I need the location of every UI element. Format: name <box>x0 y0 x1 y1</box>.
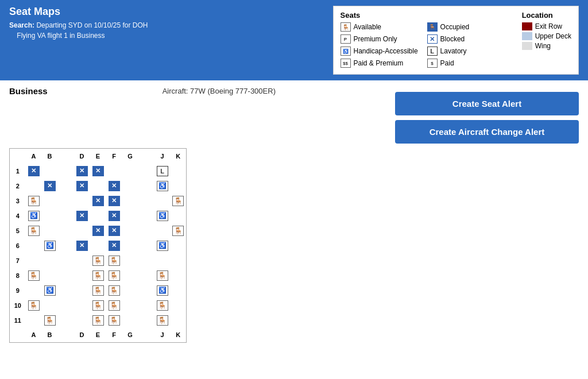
seat-cell <box>138 268 154 283</box>
seat-cell <box>122 179 138 194</box>
seat-cell <box>122 283 138 298</box>
col-F-header: F <box>106 149 122 164</box>
seat-cell[interactable]: ✕ <box>74 164 90 179</box>
seat-cell <box>58 313 74 328</box>
occupied-icon: 🪑 <box>427 22 438 32</box>
seat-cell[interactable]: 🪑 <box>106 253 122 268</box>
header-search: Search: Departing SYD on 10/10/25 for DO… <box>9 20 148 41</box>
col-K-footer: K <box>171 328 187 343</box>
seat-cell[interactable]: 🪑 <box>171 223 187 238</box>
seat-cell[interactable]: L <box>154 164 171 179</box>
seat-cell <box>42 298 58 313</box>
seat-cell[interactable]: 🪑 <box>154 268 171 283</box>
row-number: 3 <box>10 194 26 208</box>
seat-cell[interactable]: ✕ <box>106 208 122 223</box>
legend-premium: P Premium Only <box>341 34 418 44</box>
col-J-footer: J <box>154 328 171 343</box>
seat-cell <box>171 208 187 223</box>
seat-cell[interactable]: 🪑 <box>154 298 171 313</box>
exit-row-swatch <box>522 22 532 30</box>
seat-cell[interactable]: 🪑 <box>90 298 106 313</box>
seat-cell[interactable]: 🪑 <box>154 313 171 328</box>
seat-cell <box>138 223 154 238</box>
seat-cell[interactable]: ✕ <box>74 179 90 194</box>
seat-cell <box>90 208 106 223</box>
seat-cell[interactable]: ✕ <box>42 179 58 194</box>
lavatory-icon: L <box>427 47 438 56</box>
seat-cell[interactable]: ✕ <box>106 194 122 208</box>
seat-cell <box>171 268 187 283</box>
create-aircraft-change-alert-button[interactable]: Create Aircraft Change Alert <box>395 120 579 144</box>
seat-cell <box>90 238 106 253</box>
seat-cell[interactable]: 🪑 <box>90 313 106 328</box>
legend-blocked: ✕ Blocked <box>427 34 505 44</box>
seat-cell[interactable]: ♿ <box>154 179 171 194</box>
row-number: 9 <box>10 283 26 298</box>
seat-cell[interactable]: ✕ <box>90 164 106 179</box>
seat-cell[interactable]: ✕ <box>106 179 122 194</box>
col-F-footer: F <box>106 328 122 343</box>
seat-cell <box>138 179 154 194</box>
location-legend-title: Location <box>522 11 571 20</box>
seat-cell[interactable]: ♿ <box>42 283 58 298</box>
seat-cell[interactable]: ✕ <box>26 164 42 179</box>
seat-cell[interactable]: 🪑 <box>42 313 58 328</box>
seat-cell <box>138 164 154 179</box>
seat-cell[interactable]: 🪑 <box>26 298 42 313</box>
seat-cell[interactable]: ✕ <box>106 223 122 238</box>
seat-cell[interactable]: 🪑 <box>106 298 122 313</box>
seat-cell[interactable]: 🪑 <box>90 253 106 268</box>
seat-cell[interactable]: 🪑 <box>90 283 106 298</box>
seat-cell[interactable]: ✕ <box>90 223 106 238</box>
search-label: Search: <box>9 21 34 29</box>
seat-cell[interactable]: ♿ <box>42 238 58 253</box>
seat-cell <box>106 164 122 179</box>
seat-cell <box>74 313 90 328</box>
seat-cell[interactable]: ✕ <box>106 238 122 253</box>
seat-cell[interactable]: 🪑 <box>106 283 122 298</box>
row-num-header <box>10 149 26 164</box>
main-content: Business Aircraft: 77W (Boeing 777-300ER… <box>0 80 588 349</box>
legend-exit-row: Exit Row <box>522 22 571 30</box>
row-number: 6 <box>10 238 26 253</box>
seat-cell[interactable]: ♿ <box>26 208 42 223</box>
row-number: 8 <box>10 268 26 283</box>
legend-paid: $ Paid <box>427 59 505 68</box>
seat-cell[interactable]: ♿ <box>154 208 171 223</box>
create-seat-alert-button[interactable]: Create Seat Alert <box>395 92 579 115</box>
aisle1-header <box>58 149 74 164</box>
seat-cell[interactable]: 🪑 <box>26 223 42 238</box>
col-A-footer: A <box>26 328 42 343</box>
seat-cell[interactable]: 🪑 <box>90 268 106 283</box>
seat-cell[interactable]: ✕ <box>74 208 90 223</box>
seat-cell <box>74 268 90 283</box>
seat-cell[interactable]: 🪑 <box>106 313 122 328</box>
seat-cell[interactable]: 🪑 <box>106 268 122 283</box>
legend-available-label: Available <box>354 23 381 31</box>
seat-cell <box>171 253 187 268</box>
seat-cell[interactable]: 🪑 <box>26 194 42 208</box>
col-K-header: K <box>171 149 187 164</box>
table-row: 10🪑🪑🪑🪑 <box>10 298 187 313</box>
seat-cell <box>58 268 74 283</box>
seat-cell[interactable]: 🪑 <box>171 194 187 208</box>
col-E-header: E <box>90 149 106 164</box>
seat-cell[interactable]: ✕ <box>90 194 106 208</box>
seats-legend-title: Seats <box>341 11 505 20</box>
seat-cell <box>122 313 138 328</box>
seat-cell <box>26 283 42 298</box>
seat-cell[interactable]: ♿ <box>154 283 171 298</box>
seat-cell <box>138 194 154 208</box>
seat-cell[interactable]: ♿ <box>154 238 171 253</box>
seat-cell <box>26 179 42 194</box>
seat-cell[interactable]: 🪑 <box>26 268 42 283</box>
seat-cell[interactable]: ✕ <box>74 238 90 253</box>
seat-cell <box>138 253 154 268</box>
legend-handicap: ♿ Handicap-Accessible <box>341 47 418 56</box>
col-D-header: D <box>74 149 90 164</box>
table-row: 1✕✕✕L <box>10 164 187 179</box>
seat-cell <box>138 283 154 298</box>
aisle1-footer <box>58 328 74 343</box>
table-row: 3🪑✕✕🪑 <box>10 194 187 208</box>
seat-cell <box>122 208 138 223</box>
